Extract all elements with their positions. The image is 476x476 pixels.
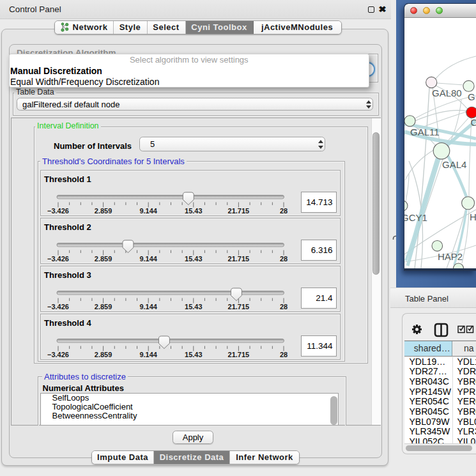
svg-text:C...: C... bbox=[471, 117, 476, 128]
svg-text:GAL80: GAL80 bbox=[432, 88, 462, 98]
svg-text:H: H bbox=[470, 211, 476, 222]
svg-text:G...: G... bbox=[468, 91, 476, 102]
svg-text:GAL11: GAL11 bbox=[410, 127, 440, 137]
svg-text:HAP2: HAP2 bbox=[438, 251, 463, 262]
svg-text:GCY1: GCY1 bbox=[404, 212, 427, 223]
svg-text:GAL4: GAL4 bbox=[442, 159, 466, 170]
